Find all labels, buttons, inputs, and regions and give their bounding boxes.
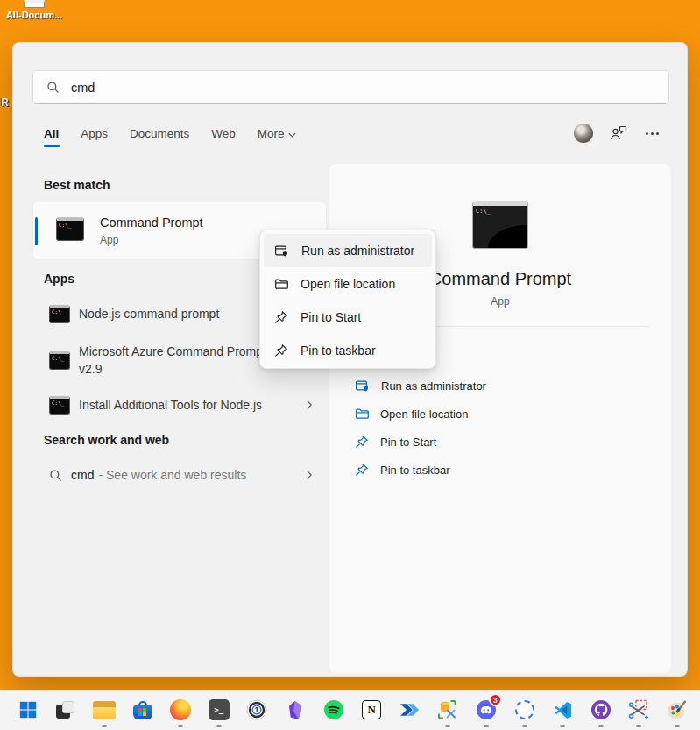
chevron-right-icon[interactable] — [304, 470, 315, 480]
terminal-app-icon: C:\_ — [49, 396, 70, 415]
obsidian-icon — [286, 700, 304, 720]
action-pin-to-start[interactable]: Pin to Start — [329, 428, 671, 456]
search-box[interactable] — [32, 70, 669, 104]
taskbar-file-explorer[interactable] — [85, 690, 124, 730]
taskbar-firefox[interactable] — [161, 690, 200, 730]
selection-accent-bar — [35, 217, 38, 245]
result-title: Install Additional Tools for Node.js — [79, 396, 285, 414]
1password-icon: 1 — [246, 699, 267, 720]
action-open-file-location[interactable]: Open file location — [329, 400, 671, 428]
notification-badge: 3 — [489, 693, 502, 706]
taskbar-database-tools[interactable] — [429, 690, 468, 730]
more-options-ellipsis[interactable] — [644, 129, 661, 138]
web-query-text: cmd — [71, 468, 94, 482]
result-title: Microsoft Azure Command Prompt - v2.9 — [79, 343, 285, 378]
pin-icon — [355, 435, 369, 449]
run-as-admin-icon — [355, 379, 370, 393]
result-subtitle: App — [100, 234, 118, 246]
section-label-best-match: Best match — [44, 178, 110, 192]
taskbar-vscode[interactable] — [543, 690, 582, 730]
taskbar-discord[interactable]: 3 — [467, 690, 506, 730]
power-automate-icon — [399, 702, 420, 718]
pin-icon — [355, 463, 369, 477]
result-title: Node.js command prompt — [79, 305, 285, 322]
start-button[interactable] — [9, 690, 47, 730]
result-title: Command Prompt — [100, 216, 203, 230]
section-label-apps: Apps — [44, 272, 74, 286]
vscode-icon — [553, 700, 573, 720]
tab-documents[interactable]: Documents — [130, 127, 189, 140]
search-icon — [46, 81, 60, 94]
document-window-icon — [24, 0, 45, 8]
snipping-tool-icon — [628, 699, 649, 720]
spotify-icon — [323, 699, 344, 720]
taskbar-microsoft-store[interactable] — [124, 690, 162, 730]
command-prompt-large-icon: C:\_ — [472, 201, 528, 249]
chevron-down-icon — [288, 132, 296, 138]
tab-all[interactable]: All — [44, 127, 59, 140]
feedback-icon[interactable] — [610, 125, 627, 141]
run-as-admin-icon — [274, 244, 289, 259]
desktop-icon-label: All-Docum... — [2, 10, 67, 20]
taskbar-1password[interactable]: 1 — [238, 690, 277, 730]
menu-item-run-as-administrator[interactable]: Run as administrator — [264, 234, 432, 267]
action-run-as-administrator[interactable]: Run as administrator — [329, 372, 671, 400]
taskbar-obsidian[interactable] — [276, 690, 315, 730]
taskbar-paint-app[interactable] — [658, 690, 696, 730]
action-pin-to-taskbar[interactable]: Pin to taskbar — [329, 456, 671, 484]
paint-icon — [667, 699, 688, 720]
chevron-right-icon[interactable] — [304, 400, 315, 410]
taskbar-windows-terminal[interactable]: >_ — [200, 690, 238, 730]
web-suffix-text: - See work and web results — [98, 468, 246, 482]
task-view-icon — [55, 699, 76, 720]
tab-apps[interactable]: Apps — [81, 127, 108, 140]
firefox-icon — [170, 699, 191, 720]
tab-more[interactable]: More — [258, 127, 296, 140]
microsoft-store-icon — [133, 701, 152, 719]
pin-icon — [274, 310, 288, 324]
search-filter-tabs: All Apps Documents Web More — [44, 127, 296, 140]
taskbar: >_ 1 N — [0, 690, 700, 730]
context-menu: Run as administrator Open file location … — [259, 230, 436, 369]
signal-icon — [515, 700, 534, 719]
pin-icon — [274, 344, 288, 358]
terminal-app-icon: C:\_ — [49, 351, 70, 370]
github-desktop-icon — [590, 699, 612, 720]
tab-web[interactable]: Web — [211, 127, 236, 140]
terminal-app-icon: C:\_ — [49, 305, 70, 323]
open-folder-icon — [355, 407, 369, 421]
taskbar-notion[interactable]: N — [352, 690, 391, 730]
app-result-install-tools[interactable]: C:\_ Install Additional Tools for Node.j… — [32, 388, 327, 422]
menu-item-pin-to-taskbar[interactable]: Pin to taskbar — [264, 334, 432, 367]
taskbar-power-automate[interactable] — [391, 690, 429, 730]
windows-terminal-icon: >_ — [209, 699, 230, 720]
selected-tab-indicator — [44, 145, 60, 147]
svg-text:1: 1 — [255, 705, 259, 714]
search-icon — [49, 469, 62, 482]
desktop-icon-all-documents[interactable]: All-Docum... — [2, 0, 67, 20]
file-explorer-icon — [93, 701, 116, 719]
database-tools-icon — [437, 699, 458, 720]
task-view-button[interactable] — [47, 690, 86, 730]
section-label-web: Search work and web — [44, 433, 169, 447]
search-input[interactable] — [71, 81, 640, 95]
taskbar-github-desktop[interactable] — [582, 690, 620, 730]
web-search-result[interactable]: cmd- See work and web results — [32, 458, 327, 492]
open-folder-icon — [274, 277, 288, 291]
taskbar-snipping-tool[interactable] — [620, 690, 659, 730]
taskbar-spotify[interactable] — [315, 690, 353, 730]
desktop-icon-label-partial[interactable]: R — [1, 96, 9, 109]
taskbar-signal[interactable] — [506, 690, 544, 730]
menu-item-pin-to-start[interactable]: Pin to Start — [264, 301, 432, 334]
command-prompt-icon: C:\_ — [56, 217, 84, 241]
notion-icon: N — [362, 700, 381, 719]
menu-item-open-file-location[interactable]: Open file location — [264, 267, 432, 301]
windows-start-icon — [18, 700, 38, 719]
user-avatar[interactable] — [574, 124, 593, 143]
